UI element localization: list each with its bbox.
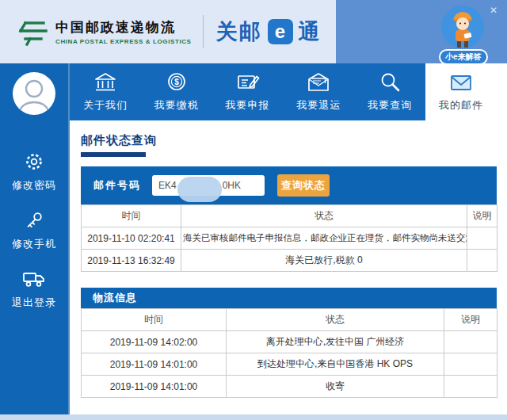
tab-label: 关于我们 (83, 98, 128, 113)
cell-note (444, 331, 497, 353)
content-area: 邮件状态查询 邮件号码 EK4 0HK 查询状态 时间 (70, 120, 507, 398)
sidebar-item-change-phone[interactable]: 修改手机 (12, 210, 56, 251)
logo-title: 中国邮政速递物流 (55, 18, 192, 36)
tab-label: 我要退运 (296, 98, 341, 113)
tab-label: 我要申报 (226, 98, 270, 113)
tab-pay-tax[interactable]: $ 我要缴税 (141, 63, 212, 120)
truck-icon (22, 269, 46, 289)
tab-return-shipment[interactable]: 我要退运 (283, 63, 354, 120)
cell-status: 海关已放行,税款 0 (181, 250, 467, 272)
table-row: 2019-11-09 14:02:00 离开处理中心,发往中国 广州经济 (82, 331, 497, 353)
col-header-status: 状态 (181, 205, 467, 227)
logistics-table: 时间 状态 说明 2019-11-09 14:02:00 离开处理中心,发往中国… (81, 308, 497, 398)
table-row: 2019-11-09 14:01:00 到达处理中心,来自中国香港 HK OPS (82, 353, 497, 376)
user-avatar[interactable] (13, 72, 55, 115)
table-row: 2019-11-10 02:20:41 海关已审核邮件电子申报信息，邮政企业正在… (82, 227, 497, 250)
col-header-time: 时间 (82, 309, 227, 331)
china-post-logo-icon (17, 16, 49, 48)
logo-text: 中国邮政速递物流 CHINA POSTAL EXPRESS & LOGISTIC… (55, 18, 192, 45)
tab-query[interactable]: 我要查询 (354, 63, 425, 120)
e-badge: e (268, 19, 293, 44)
app-name: 关邮e通 (216, 17, 322, 46)
col-header-status: 状态 (227, 309, 444, 331)
gear-icon (24, 151, 44, 172)
helper-mascot[interactable]: 小e来解答 (439, 6, 486, 65)
header-brand-area: 中国邮政速递物流 CHINA POSTAL EXPRESS & LOGISTIC… (0, 0, 336, 63)
tab-label: 我的邮件 (439, 98, 483, 113)
cell-note (467, 227, 497, 250)
sidebar: 修改密码 修改手机 退出登录 (0, 63, 70, 414)
sidebar-item-label: 修改密码 (12, 178, 56, 193)
mail-number-input[interactable]: EK4 0HK (152, 175, 265, 196)
tab-label: 我要缴税 (154, 98, 199, 113)
table-header-row: 时间 状态 说明 (82, 205, 497, 227)
redacted-blob (177, 177, 222, 202)
mail-query-panel: 邮件号码 EK4 0HK 查询状态 (81, 166, 497, 204)
svg-text:$: $ (174, 78, 179, 86)
cell-status: 离开处理中心,发往中国 广州经济 (227, 331, 444, 353)
cell-time: 2019-11-09 14:01:00 (82, 376, 227, 398)
cell-time: 2019-11-10 02:20:41 (82, 227, 181, 250)
declare-icon (235, 71, 261, 94)
mail-icon (448, 71, 474, 94)
header-right-area: ✕ 小e来解答 (336, 0, 507, 63)
tab-label: 我要查询 (368, 98, 412, 113)
logistics-title: 物流信息 (81, 288, 497, 308)
table-row: 2019-11-13 16:32:49 海关已放行,税款 0 (82, 250, 497, 272)
key-icon (24, 210, 44, 231)
mail-status-table: 时间 状态 说明 2019-11-10 02:20:41 海关已审核邮件电子申报… (81, 204, 497, 272)
logo-subtitle: CHINA POSTAL EXPRESS & LOGISTICS (55, 38, 192, 45)
main-area: 关于我们 $ 我要缴税 (70, 63, 507, 414)
tab-declare[interactable]: 我要申报 (212, 63, 284, 120)
cell-status: 海关已审核邮件电子申报信息，邮政企业正在理货，邮件实物尚未送交海关 (181, 227, 467, 250)
page-title: 邮件状态查询 (81, 133, 507, 148)
table-row: 2019-11-09 14:01:00 收寄 (82, 376, 497, 398)
postal-worker-icon (445, 9, 480, 48)
coin-icon: $ (164, 71, 189, 94)
china-post-logo: 中国邮政速递物流 CHINA POSTAL EXPRESS & LOGISTIC… (17, 16, 192, 48)
cell-time: 2019-11-09 14:02:00 (82, 331, 227, 353)
query-status-button[interactable]: 查询状态 (277, 174, 330, 197)
app-name-suffix: 通 (299, 17, 322, 46)
mail-number-suffix: 0HK (223, 180, 241, 191)
col-header-time: 时间 (82, 205, 181, 227)
cell-note (467, 250, 497, 272)
app-window: 中国邮政速递物流 CHINA POSTAL EXPRESS & LOGISTIC… (0, 0, 507, 414)
bank-icon (93, 71, 118, 94)
sidebar-item-change-password[interactable]: 修改密码 (12, 151, 56, 193)
cell-time: 2019-11-09 14:01:00 (82, 353, 227, 376)
logistics-section: 物流信息 时间 状态 说明 2019-11-09 14:02:00 离开处理中心… (81, 288, 507, 398)
person-icon (13, 72, 55, 115)
mail-number-prefix: EK4 (158, 180, 177, 191)
col-header-note: 说明 (467, 205, 497, 227)
header-divider (203, 15, 204, 48)
sidebar-item-label: 修改手机 (12, 237, 56, 251)
app-name-prefix: 关邮 (216, 17, 262, 46)
tab-my-mail[interactable]: 我的邮件 (425, 63, 497, 120)
sidebar-item-label: 退出登录 (12, 296, 56, 310)
cell-time: 2019-11-13 16:32:49 (82, 250, 181, 272)
close-icon[interactable]: ✕ (490, 5, 497, 16)
col-header-note: 说明 (444, 309, 497, 331)
return-mail-icon (306, 71, 331, 94)
table-header-row: 时间 状态 说明 (82, 309, 497, 331)
mascot-avatar (441, 6, 484, 48)
cell-note (444, 376, 497, 398)
cell-note (444, 353, 497, 376)
primary-nav: 关于我们 $ 我要缴税 (70, 63, 497, 120)
app-header: 中国邮政速递物流 CHINA POSTAL EXPRESS & LOGISTIC… (0, 0, 507, 63)
title-underline (81, 152, 146, 157)
tab-about-us[interactable]: 关于我们 (70, 63, 141, 120)
cell-status: 收寄 (227, 376, 444, 398)
cell-status: 到达处理中心,来自中国香港 HK OPS (227, 353, 444, 376)
mail-number-label: 邮件号码 (93, 178, 141, 193)
sidebar-item-logout[interactable]: 退出登录 (12, 269, 56, 310)
mascot-label: 小e来解答 (439, 49, 488, 65)
search-icon (377, 71, 402, 94)
